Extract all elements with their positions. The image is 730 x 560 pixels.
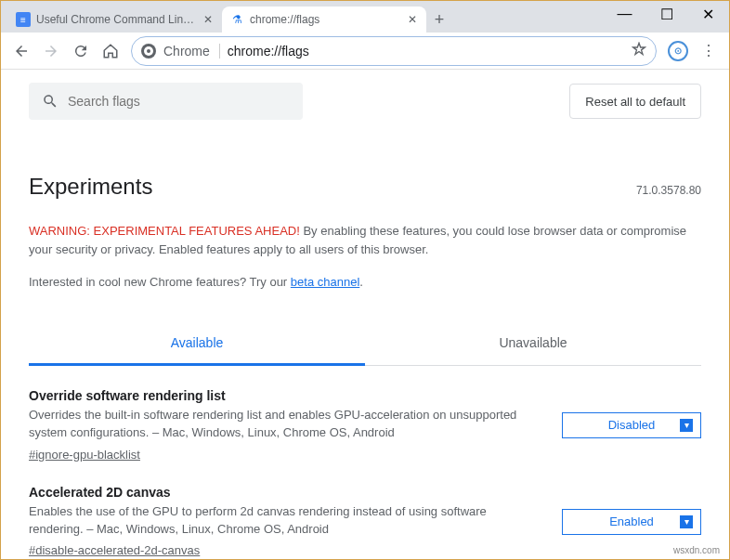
beta-channel-link[interactable]: beta channel	[291, 275, 359, 289]
flag-state-select[interactable]: Enabled	[562, 509, 701, 535]
flask-icon: ⚗	[229, 12, 244, 27]
page-content: Reset all to default Experiments 71.0.35…	[1, 70, 729, 559]
top-controls: Reset all to default	[1, 70, 729, 120]
browser-tabs: ≡ Useful Chrome Command Line S ✕ ⚗ chrom…	[1, 1, 604, 33]
back-button[interactable]	[8, 38, 34, 64]
flag-desc: Enables the use of the GPU to perform 2d…	[29, 503, 543, 539]
tab-flags[interactable]: ⚗ chrome://flags ✕	[222, 7, 426, 33]
close-button[interactable]: ✕	[687, 1, 729, 27]
minimize-button[interactable]: —	[604, 1, 645, 27]
tab-title: Useful Chrome Command Line S	[36, 13, 196, 26]
window-controls: — ☐ ✕	[604, 1, 729, 27]
search-flags-box[interactable]	[29, 83, 303, 120]
browser-toolbar: Chrome ⊙ ⋮	[1, 33, 729, 70]
flag-text: Accelerated 2D canvas Enables the use of…	[29, 485, 543, 559]
flag-tabs-row: Available Unavailable	[29, 322, 701, 366]
close-icon[interactable]: ✕	[406, 13, 419, 26]
flag-state-select[interactable]: Disabled	[562, 412, 701, 438]
home-button[interactable]	[98, 38, 124, 64]
maximize-button[interactable]: ☐	[645, 1, 687, 27]
docs-icon: ≡	[16, 12, 31, 27]
menu-button[interactable]: ⋮	[696, 38, 722, 64]
tab-title: chrome://flags	[250, 13, 400, 26]
page-title: Experiments	[29, 174, 636, 200]
chrome-icon	[141, 44, 156, 59]
title-bar: ≡ Useful Chrome Command Line S ✕ ⚗ chrom…	[1, 1, 729, 33]
flag-item: Accelerated 2D canvas Enables the use of…	[29, 462, 701, 559]
search-input[interactable]	[68, 94, 290, 109]
home-icon	[102, 43, 119, 59]
reload-icon	[72, 43, 89, 59]
beta-line: Interested in cool new Chrome features? …	[29, 275, 701, 289]
tab-docs[interactable]: ≡ Useful Chrome Command Line S ✕	[8, 7, 222, 33]
extension-icon[interactable]: ⊙	[668, 41, 688, 61]
bookmark-button[interactable]	[632, 42, 646, 60]
warning-prefix: WARNING: EXPERIMENTAL FEATURES AHEAD!	[29, 224, 300, 238]
url-input[interactable]	[228, 44, 624, 59]
tab-unavailable[interactable]: Unavailable	[365, 322, 701, 365]
arrow-right-icon	[43, 43, 59, 59]
flag-title: Override software rendering list	[29, 388, 543, 403]
forward-button[interactable]	[38, 38, 64, 64]
svg-point-1	[147, 49, 150, 53]
flag-desc: Overrides the built-in software renderin…	[29, 407, 543, 442]
address-bar[interactable]: Chrome	[131, 36, 657, 66]
new-tab-button[interactable]: +	[426, 7, 452, 33]
version-label: 71.0.3578.80	[636, 184, 701, 197]
watermark: wsxdn.com	[673, 545, 720, 555]
reset-all-button[interactable]: Reset all to default	[569, 84, 701, 119]
flag-item: Override software rendering list Overrid…	[29, 366, 701, 462]
reload-button[interactable]	[68, 38, 94, 64]
star-icon	[632, 42, 646, 57]
close-icon[interactable]: ✕	[202, 13, 215, 26]
flag-text: Override software rendering list Overrid…	[29, 388, 543, 462]
flag-anchor-link[interactable]: #disable-accelerated-2d-canvas	[29, 543, 200, 557]
flag-anchor-link[interactable]: #ignore-gpu-blacklist	[29, 448, 140, 462]
search-icon	[42, 93, 59, 110]
heading-row: Experiments 71.0.3578.80	[29, 174, 701, 200]
flag-title: Accelerated 2D canvas	[29, 485, 543, 500]
security-label: Chrome	[163, 44, 220, 59]
tab-available[interactable]: Available	[29, 322, 365, 366]
warning-text: WARNING: EXPERIMENTAL FEATURES AHEAD! By…	[29, 222, 701, 258]
arrow-left-icon	[13, 43, 30, 59]
flags-content: Experiments 71.0.3578.80 WARNING: EXPERI…	[1, 174, 729, 558]
